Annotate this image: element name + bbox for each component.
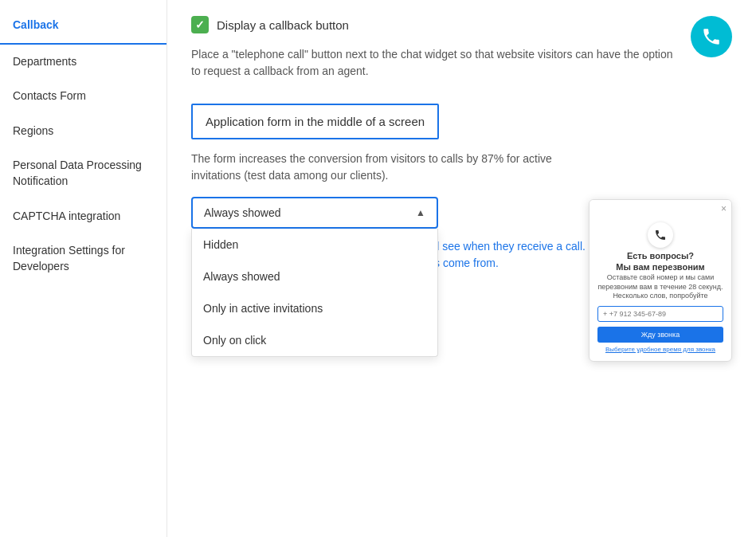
widget-preview: × Есть вопросы? Мы вам перезвоним Оставь… (589, 199, 732, 362)
widget-close-icon[interactable]: × (721, 203, 727, 214)
sidebar-item-captcha[interactable]: CAPTCHA integration (0, 199, 166, 234)
dropdown-selected-value[interactable]: Always showed ▲ (191, 197, 438, 229)
widget-phone-input[interactable] (597, 306, 723, 322)
widget-header: × (590, 200, 731, 218)
display-callback-checkbox[interactable] (191, 16, 209, 33)
widget-body-text: Оставьте свой номер и мы сами перезвоним… (597, 273, 723, 301)
widget-body: Есть вопросы? Мы вам перезвоним Оставьте… (590, 218, 731, 361)
conversion-text: The form increases the conversion from v… (191, 151, 582, 184)
dropdown-option-hidden[interactable]: Hidden (192, 229, 437, 261)
widget-subtitle: Мы вам перезвоним (597, 262, 723, 272)
sidebar-item-regions[interactable]: Regions (0, 114, 166, 149)
phone-icon (701, 26, 722, 47)
main-content: Display a callback button Place a "telep… (167, 0, 756, 537)
dropdown-option-only-in-active-invitations[interactable]: Only in active invitations (192, 292, 437, 324)
phone-fab-button[interactable] (691, 16, 732, 57)
dropdown-option-only-on-click[interactable]: Only on click (192, 324, 437, 356)
sidebar-item-personal-data[interactable]: Personal Data Processing Notification (0, 148, 166, 198)
display-callback-label: Display a callback button (217, 18, 349, 32)
selected-label: Always showed (204, 206, 281, 219)
widget-phone-icon (648, 222, 673, 248)
dropdown-option-always-showed[interactable]: Always showed (192, 261, 437, 292)
sidebar-item-callback[interactable]: Callback (0, 8, 166, 45)
widget-phone-wrap (597, 222, 723, 248)
dropdown-arrow-icon: ▲ (416, 207, 425, 218)
sidebar-item-integration[interactable]: Integration Settings for Developers (0, 233, 166, 284)
sidebar-item-departments[interactable]: Departments (0, 45, 166, 80)
widget-title: Есть вопросы? (597, 251, 723, 261)
display-mode-dropdown[interactable]: Always showed ▲ Hidden Always showed Onl… (191, 197, 438, 229)
widget-call-button[interactable]: Жду звонка (597, 327, 723, 343)
sidebar-item-contacts-form[interactable]: Contacts Form (0, 79, 166, 114)
dropdown-menu: Hidden Always showed Only in active invi… (191, 229, 438, 357)
section-title: Application form in the middle of a scre… (191, 104, 439, 139)
display-callback-row: Display a callback button (191, 16, 732, 33)
widget-schedule-link[interactable]: Выберите удобное время для звонка (597, 346, 723, 353)
sidebar: Callback Departments Contacts Form Regio… (0, 0, 167, 537)
callback-description: Place a "telephone call" button next to … (191, 46, 685, 80)
